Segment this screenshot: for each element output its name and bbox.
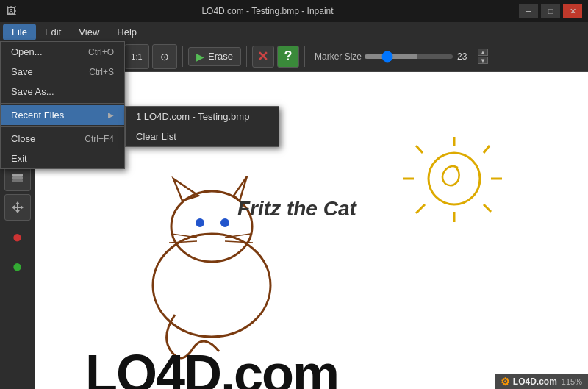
menu-close[interactable]: Close Ctrl+F4 [1,129,124,149]
svg-line-30 [416,146,423,153]
svg-rect-9 [12,174,23,176]
erase-label: Erase [208,51,233,62]
svg-point-22 [429,153,480,204]
close-shortcut: Ctrl+F4 [85,134,114,144]
svg-point-16 [220,218,229,227]
exit-label: Exit [11,153,27,164]
marker-slider-container: 23 ▲ ▼ [365,49,488,64]
menu-help[interactable]: Help [108,24,146,40]
svg-line-18 [169,241,197,243]
title-bar: 🖼 LO4D.com - Testing.bmp - Inpaint ─ □ ✕ [0,0,588,22]
open-label: Open... [11,46,43,57]
submenu-arrow: ▶ [108,111,114,119]
play-icon: ▶ [196,51,204,63]
erase-button[interactable]: ▶ Erase [188,47,241,66]
marker-arrows: ▲ ▼ [478,49,488,64]
maximize-button[interactable]: □ [541,4,560,18]
close-label: Close [11,133,35,144]
svg-line-28 [416,204,425,213]
window-title: LO4D.com - Testing.bmp - Inpaint [16,6,519,16]
menu-separator-2 [1,126,124,127]
recent-files-label: Recent Files [11,110,64,121]
close-button[interactable]: ✕ [563,4,582,18]
lo4d-icon: ⚙ [501,376,510,388]
marker-size-slider[interactable] [365,54,453,59]
svg-marker-13 [173,179,198,201]
logo-text: LO4D.com [513,376,557,387]
menu-save-as[interactable]: Save As... [1,82,124,101]
cancel-button[interactable]: ✕ [252,46,274,68]
menu-edit[interactable]: Edit [36,24,70,40]
toolbar-separator-3 [246,46,247,67]
svg-line-26 [484,204,491,212]
marker-size-label: Marker Size [315,51,362,62]
svg-point-15 [196,218,204,227]
marker-size-value: 23 [457,51,473,62]
help-button[interactable]: ? [277,46,299,68]
clear-list-item[interactable]: Clear List [126,126,279,146]
menu-exit[interactable]: Exit [1,149,124,168]
recent-file-1[interactable]: 1 LO4D.com - Testing.bmp [126,107,279,126]
zoom-fit-button[interactable]: ⊙ [152,44,177,69]
zoom-reset-button[interactable]: 1:1 [124,44,149,69]
menu-file[interactable]: File [3,24,36,40]
menu-recent-files[interactable]: Recent Files ▶ [1,105,124,125]
marker-decrease[interactable]: ▼ [478,57,488,64]
lo4d-logo: ⚙ LO4D.com [501,376,557,388]
minimize-button[interactable]: ─ [519,4,538,18]
zoom-level: 115% [562,377,582,386]
svg-rect-7 [12,179,23,182]
save-label: Save [11,66,33,77]
color-green-button[interactable]: ● [4,253,31,279]
color-red-button[interactable]: ● [4,224,31,250]
save-shortcut: Ctrl+S [89,67,114,77]
svg-rect-8 [12,176,23,179]
window-controls: ─ □ ✕ [519,4,582,18]
menu-bar: File Edit View Help [0,22,588,41]
toolbar-separator-4 [304,46,305,67]
layers-icon [10,171,25,185]
toolbar-separator-2 [182,46,183,67]
svg-marker-10 [12,201,24,213]
file-dropdown: Open... Ctrl+O Save Ctrl+S Save As... Re… [0,41,125,169]
menu-view[interactable]: View [70,24,108,40]
recent-files-submenu: 1 LO4D.com - Testing.bmp Clear List [125,106,279,147]
svg-text:Fritz the Cat: Fritz the Cat [237,197,357,220]
menu-separator-1 [1,103,124,104]
status-bar: ⚙ LO4D.com 115% [495,374,588,389]
app-icon: 🖼 [6,5,16,17]
menu-open[interactable]: Open... Ctrl+O [1,42,124,62]
move-icon [10,200,25,215]
svg-line-24 [484,146,490,153]
file-menu-dropdown: Open... Ctrl+O Save Ctrl+S Save As... Re… [0,41,125,169]
save-as-label: Save As... [11,86,54,97]
open-shortcut: Ctrl+O [88,47,114,57]
move-tool-button[interactable] [4,194,31,221]
svg-text:LO4D.com: LO4D.com [85,344,338,389]
menu-save[interactable]: Save Ctrl+S [1,62,124,82]
marker-increase[interactable]: ▲ [478,49,488,56]
